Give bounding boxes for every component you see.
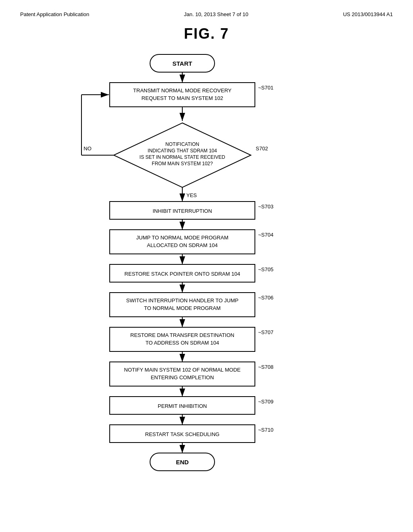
flowchart: START TRANSMIT NORMAL MODE RECOVERY REQU… (0, 46, 413, 530)
s708-line2: ENTERING COMPLETION (151, 374, 214, 380)
s702-step: S702 (256, 145, 268, 152)
s702-line3: IS SET IN NORMAL STATE RECEIVED (140, 154, 225, 160)
svg-rect-12 (110, 230, 255, 254)
no-label: NO (83, 145, 92, 152)
s708-line1: NOTIFY MAIN SYSTEM 102 OF NORMAL MODE (124, 367, 241, 373)
s704-line1: JUMP TO NORMAL MODE PROGRAM (136, 235, 229, 241)
header-center: Jan. 10, 2013 Sheet 7 of 10 (184, 11, 248, 17)
s701-step: ~S701 (258, 85, 273, 91)
s705-step: ~S705 (258, 266, 273, 272)
svg-rect-3 (110, 83, 255, 107)
s707-step: ~S707 (258, 329, 273, 335)
s709-step: ~S709 (258, 399, 273, 405)
svg-rect-18 (110, 327, 255, 351)
s707-line2: TO ADDRESS ON SDRAM 104 (146, 340, 219, 346)
s702-line2: INDICATING THAT SDRAM 104 (148, 148, 217, 154)
figure-title: FIG. 7 (0, 25, 413, 42)
s703-label: INHIBIT INTERRUPTION (152, 208, 212, 214)
svg-rect-16 (110, 293, 255, 317)
s706-step: ~S706 (258, 295, 273, 301)
s705-label: RESTORE STACK POINTER ONTO SDRAM 104 (125, 271, 240, 277)
header-left: Patent Application Publication (20, 11, 89, 17)
s702-line4: FROM MAIN SYSTEM 102? (152, 161, 213, 166)
s701-line1: TRANSMIT NORMAL MODE RECOVERY (133, 87, 232, 94)
s704-step: ~S704 (258, 232, 273, 238)
s706-line2: TO NORMAL MODE PROGRAM (144, 305, 221, 311)
s706-line1: SWITCH INTERRUPTION HANDLER TO JUMP (126, 297, 238, 303)
s703-step: ~S703 (258, 204, 273, 210)
s709-label: PERMIT INHIBITION (158, 403, 207, 409)
yes-label: YES (186, 192, 197, 198)
end-label: END (176, 459, 189, 466)
start-label: START (173, 60, 192, 67)
svg-rect-20 (110, 362, 255, 386)
s710-step: ~S710 (258, 427, 273, 433)
s701-line2: REQUEST TO MAIN SYSTEM 102 (142, 95, 223, 101)
page-header: Patent Application Publication Jan. 10, … (0, 0, 413, 17)
s707-line1: RESTORE DMA TRANSFER DESTINATION (130, 332, 234, 338)
s710-label: RESTART TASK SCHEDULING (145, 431, 219, 437)
s704-line2: ALLOCATED ON SDRAM 104 (147, 242, 217, 248)
s708-step: ~S708 (258, 364, 273, 370)
header-right: US 2013/0013944 A1 (343, 11, 393, 17)
s702-line1: NOTIFICATION (165, 141, 199, 147)
